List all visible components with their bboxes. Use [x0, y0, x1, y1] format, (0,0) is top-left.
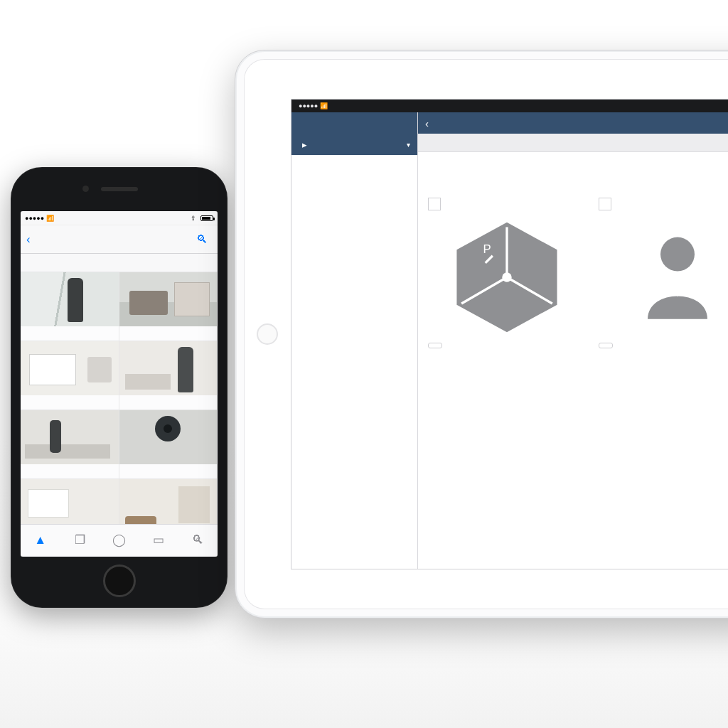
phone-status-bar: ●●●●● 📶 ⇪ — [21, 211, 218, 225]
chevron-left-icon: ‹ — [26, 233, 31, 245]
segment-0[interactable] — [21, 254, 119, 272]
tablet-status-bar: ●●●●● 📶 — [291, 100, 728, 112]
shield-icon: ◯ — [112, 534, 126, 546]
flame-icon: ▲ — [34, 534, 46, 546]
card-right — [599, 198, 728, 348]
card-right-badge-icon — [599, 198, 611, 210]
camera-cell-2[interactable] — [21, 341, 119, 410]
ipad-home-button[interactable] — [257, 323, 278, 345]
sidebar-section-header[interactable]: ▸ ▾ — [291, 134, 417, 155]
svg-text:P: P — [483, 242, 491, 256]
content-subbar — [418, 134, 728, 152]
tablet-columns: ▸ ▾ ‹ — [291, 112, 728, 569]
camera-cell-6[interactable] — [21, 479, 119, 524]
camera-grid — [21, 272, 218, 524]
cards-row: P — [428, 198, 728, 348]
status-left: ●●●●● 📶 — [299, 102, 328, 109]
iphone-camera-dot — [82, 186, 89, 192]
iphone-speaker — [101, 187, 138, 191]
content-body: P — [418, 152, 728, 569]
tab-4[interactable]: 🔍︎ — [178, 525, 218, 557]
hexagon-graphic: P — [428, 218, 586, 337]
content-navbar: ‹ — [418, 112, 728, 134]
person-graphic — [599, 218, 728, 337]
card-left: P — [428, 198, 586, 348]
iphone-device: ●●●●● 📶 ⇪ ‹ 🔍︎ — [11, 167, 228, 608]
card-left-button[interactable] — [428, 343, 442, 348]
sidebar: ▸ ▾ — [291, 112, 418, 569]
tab-3[interactable]: ▭ — [139, 525, 178, 557]
content-area: ‹ — [418, 112, 728, 569]
navbar-actions: 🔍︎ — [196, 233, 212, 246]
camera-cell-3[interactable] — [119, 341, 218, 410]
tag-icon: ▸ — [299, 139, 310, 150]
content-back-button[interactable]: ‹ — [425, 117, 438, 129]
segment-bar — [21, 254, 218, 272]
list-icon: ▭ — [153, 534, 164, 546]
camera-cell-0[interactable] — [21, 272, 119, 341]
search-icon[interactable]: 🔍︎ — [196, 233, 208, 246]
camera-cell-7[interactable] — [119, 479, 218, 524]
iphone-screen: ●●●●● 📶 ⇪ ‹ 🔍︎ — [21, 211, 218, 557]
ipad-device: ●●●●● 📶 ▸ ▾ ‹ — [235, 50, 728, 619]
cards-icon: ❐ — [75, 534, 85, 546]
status-battery: ⇪ — [191, 215, 213, 222]
phone-navbar: ‹ 🔍︎ — [21, 225, 218, 254]
sidebar-header — [291, 112, 417, 134]
chevron-down-icon: ▾ — [407, 141, 410, 149]
svg-point-6 — [660, 237, 695, 272]
card-right-button[interactable] — [599, 343, 613, 348]
phone-tabbar: ▲ ❐ ◯ ▭ 🔍︎ — [21, 524, 218, 557]
tab-1[interactable]: ❐ — [60, 525, 99, 557]
iphone-home-button[interactable] — [103, 564, 136, 597]
camera-cell-4[interactable] — [21, 410, 119, 479]
tab-0[interactable]: ▲ — [21, 525, 60, 557]
status-carrier: ●●●●● 📶 — [25, 215, 54, 222]
segment-1[interactable] — [119, 254, 218, 272]
card-left-badge-icon — [428, 198, 441, 210]
back-button[interactable]: ‹ — [26, 233, 31, 245]
tab-2[interactable]: ◯ — [100, 525, 139, 557]
camera-cell-1[interactable] — [119, 272, 218, 341]
svg-point-4 — [502, 272, 511, 282]
ipad-screen: ●●●●● 📶 ▸ ▾ ‹ — [291, 99, 728, 569]
camera-cell-5[interactable] — [119, 410, 218, 479]
search-tab-icon: 🔍︎ — [192, 534, 204, 546]
